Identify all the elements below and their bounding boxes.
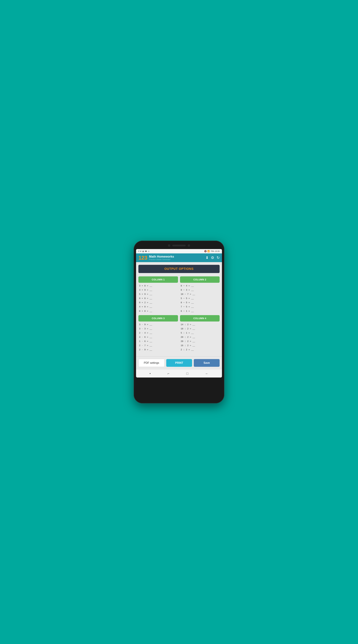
- eq-4-6: 16 : 2 = __: [181, 344, 219, 348]
- eq-4-7: 2 : 2 = __: [181, 348, 219, 352]
- recent-apps-icon[interactable]: ⌐: [168, 372, 170, 376]
- phone-icon: ☎: [145, 250, 147, 252]
- eq-1-3: 5 + 9 = __: [139, 292, 177, 296]
- battery-text: 79%: [210, 250, 214, 252]
- column-4-button[interactable]: COLUMN 4: [180, 315, 220, 322]
- eq-3-6: 2 · 7 = __: [139, 344, 177, 348]
- eq-1-5: 0 + 2 = __: [139, 301, 177, 304]
- pdf-settings-button[interactable]: PDF settings: [138, 359, 164, 367]
- gmail-icon: M: [140, 250, 142, 252]
- phone-frame: f M ▦ ☎ ⊙ 🔇 📶 79% 10:26 123 Math Homewor…: [134, 241, 224, 403]
- eq-1-6: 4 + 0 = __: [139, 305, 177, 309]
- column-4-section: COLUMN 4 14 : 2 = __ 18 : 2 = __ 5 : 1 =…: [180, 315, 220, 352]
- phone-notch: [136, 244, 222, 247]
- save-button[interactable]: Save: [194, 359, 220, 367]
- navigation-bar: • ⌐ □ ←: [136, 370, 222, 378]
- eq-3-1: 3 · 9 = __: [139, 323, 177, 326]
- column-1-equations: 3 + 8 = __ 3 + 9 = __ 5 + 9 = __ 8 + 8 =…: [138, 284, 178, 313]
- eq-2-6: 7 − 5 = __: [181, 305, 219, 309]
- eq-1-1: 3 + 8 = __: [139, 284, 177, 288]
- eq-3-2: 3 · 3 = __: [139, 327, 177, 331]
- status-left-icons: f M ▦ ☎ ⊙: [138, 250, 150, 252]
- header-actions: ⬇ ⚙ ↻: [206, 256, 220, 260]
- eq-4-5: 20 : 2 = __: [181, 340, 219, 343]
- home-dot-icon[interactable]: •: [150, 372, 151, 376]
- column-4-equations: 14 : 2 = __ 18 : 2 = __ 5 : 1 = __ 20 : …: [180, 323, 220, 352]
- column-1-button[interactable]: COLUMN 1: [138, 276, 178, 283]
- app-title: Math Homeworks: [149, 255, 174, 258]
- column-2-equations: 8 − 4 = __ 8 − 3 = __ 10 − 7 = __ 5 − 5 …: [180, 284, 220, 313]
- column-3-equations: 3 · 9 = __ 3 · 3 = __ 2 · 4 = __ 4 · 6 =…: [138, 323, 178, 352]
- columns-top-row: COLUMN 1 3 + 8 = __ 3 + 9 = __ 5 + 9 = _…: [138, 276, 220, 313]
- eq-4-1: 14 : 2 = __: [181, 323, 219, 326]
- instagram-icon: ⊙: [148, 250, 150, 252]
- app-subtitle: Practice sheets Generator: [149, 258, 174, 260]
- eq-2-5: 8 − 5 = __: [181, 301, 219, 304]
- app-header: 123 Math Homeworks Practice sheets Gener…: [136, 254, 222, 262]
- mute-icon: 🔇: [204, 250, 207, 252]
- facebook-icon: f: [138, 250, 139, 252]
- screen: f M ▦ ☎ ⊙ 🔇 📶 79% 10:26 123 Math Homewor…: [136, 249, 222, 378]
- column-2-button[interactable]: COLUMN 2: [180, 276, 220, 283]
- column-3-button[interactable]: COLUMN 3: [138, 315, 178, 322]
- refresh-icon[interactable]: ↻: [216, 256, 220, 260]
- eq-3-4: 4 · 6 = __: [139, 336, 177, 339]
- eq-2-4: 5 − 5 = __: [181, 297, 219, 300]
- main-content: OUTPUT OPTIONS COLUMN 1 3 + 8 = __ 3 + 9…: [136, 262, 222, 356]
- bottom-action-bar: PDF settings PRINT Save: [136, 356, 222, 369]
- eq-4-3: 5 : 1 = __: [181, 331, 219, 335]
- eq-1-7: 0 + 0 = __: [139, 310, 177, 313]
- output-options-header: OUTPUT OPTIONS: [138, 265, 220, 273]
- eq-3-3: 2 · 4 = __: [139, 331, 177, 335]
- back-icon[interactable]: ←: [205, 372, 208, 376]
- phone-bottom: [136, 378, 222, 380]
- eq-4-2: 18 : 2 = __: [181, 327, 219, 331]
- column-1-section: COLUMN 1 3 + 8 = __ 3 + 9 = __ 5 + 9 = _…: [138, 276, 178, 313]
- camera-dot-left: [168, 244, 170, 247]
- output-options-title: OUTPUT OPTIONS: [164, 267, 194, 270]
- download-icon[interactable]: ⬇: [206, 256, 208, 260]
- speaker: [172, 245, 186, 246]
- eq-3-5: 1 · 6 = __: [139, 340, 177, 343]
- eq-2-2: 8 − 3 = __: [181, 288, 219, 292]
- eq-2-1: 8 − 4 = __: [181, 284, 219, 288]
- status-bar: f M ▦ ☎ ⊙ 🔇 📶 79% 10:26: [136, 249, 222, 254]
- logo-123: 123: [138, 255, 147, 260]
- logo-text: Math Homeworks Practice sheets Generator: [149, 255, 174, 260]
- camera-dot-right: [188, 244, 190, 247]
- print-button[interactable]: PRINT: [166, 359, 192, 367]
- status-right-icons: 🔇 📶 79% 10:26: [204, 250, 220, 252]
- eq-1-4: 8 + 8 = __: [139, 297, 177, 300]
- eq-4-4: 20 : 2 = __: [181, 336, 219, 339]
- home-icon[interactable]: □: [186, 372, 188, 376]
- settings-icon[interactable]: ⚙: [211, 256, 214, 260]
- eq-2-7: 6 − 1 = __: [181, 310, 219, 313]
- eq-2-3: 10 − 7 = __: [181, 292, 219, 296]
- gallery-icon: ▦: [142, 250, 144, 252]
- columns-bottom-row: COLUMN 3 3 · 9 = __ 3 · 3 = __ 2 · 4 = _…: [138, 315, 220, 352]
- eq-1-2: 3 + 9 = __: [139, 288, 177, 292]
- column-2-section: COLUMN 2 8 − 4 = __ 8 − 3 = __ 10 − 7 = …: [180, 276, 220, 313]
- column-3-section: COLUMN 3 3 · 9 = __ 3 · 3 = __ 2 · 4 = _…: [138, 315, 178, 352]
- time-display: 10:26: [215, 250, 220, 252]
- wifi-icon: 📶: [207, 250, 210, 252]
- eq-3-7: 2 · 9 = __: [139, 348, 177, 352]
